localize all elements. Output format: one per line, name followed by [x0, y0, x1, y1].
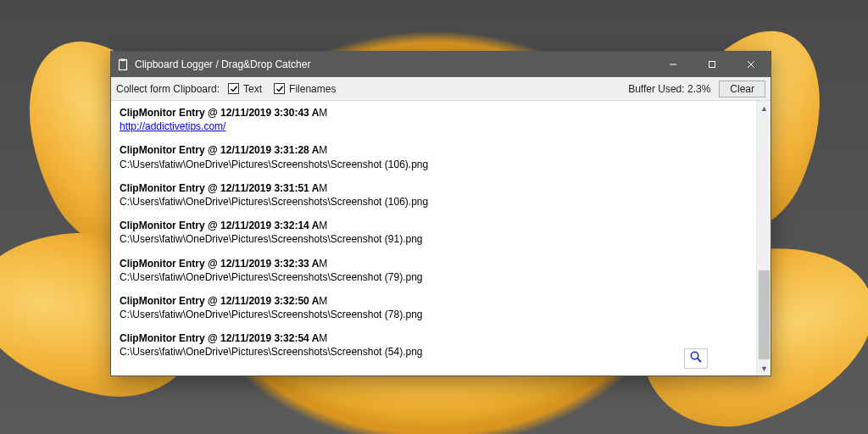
- filenames-checkbox-label: Filenames: [289, 83, 336, 95]
- entry-heading: ClipMonitor Entry @ 12/11/2019 3:32:14 A…: [120, 219, 748, 232]
- log-entry: ClipMonitor Entry @ 12/11/2019 3:32:54 A…: [120, 331, 748, 359]
- entry-heading-rest: M: [319, 332, 327, 344]
- entry-heading-rest: M: [319, 182, 327, 194]
- entry-heading: ClipMonitor Entry @ 12/11/2019 3:32:50 A…: [120, 294, 748, 308]
- titlebar[interactable]: Clipboard Logger / Drag&Drop Catcher: [111, 52, 771, 77]
- svg-point-6: [691, 352, 698, 359]
- entry-path: C:\Users\fatiw\OneDrive\Pictures\Screens…: [120, 158, 748, 171]
- text-checkbox[interactable]: Text: [228, 83, 262, 95]
- entry-heading-rest: M: [319, 144, 327, 156]
- entry-heading: ClipMonitor Entry @ 12/11/2019 3:32:54 A…: [120, 331, 748, 345]
- filenames-checkbox[interactable]: Filenames: [274, 83, 336, 95]
- scroll-down-arrow-icon[interactable]: ▼: [757, 361, 771, 376]
- log-content[interactable]: ClipMonitor Entry @ 12/11/2019 3:30:43 A…: [111, 101, 756, 376]
- log-entry: ClipMonitor Entry @ 12/11/2019 3:32:33 A…: [120, 257, 748, 284]
- toolbar: Collect form Clipboard: Text Filenames B…: [111, 77, 771, 101]
- window-title: Clipboard Logger / Drag&Drop Catcher: [135, 58, 654, 70]
- entry-heading-bold: ClipMonitor Entry @ 12/11/2019 3:30:43 A: [120, 107, 319, 119]
- entry-path: C:\Users\fatiw\OneDrive\Pictures\Screens…: [120, 195, 748, 209]
- magnifier-button[interactable]: [684, 348, 708, 369]
- entry-heading-bold: ClipMonitor Entry @ 12/11/2019 3:31:51 A: [120, 182, 319, 194]
- entry-heading: ClipMonitor Entry @ 12/11/2019 3:31:51 A…: [120, 181, 748, 195]
- log-entry: ClipMonitor Entry @ 12/11/2019 3:31:51 A…: [120, 181, 748, 209]
- log-entry: ClipMonitor Entry @ 12/11/2019 3:32:14 A…: [120, 219, 748, 246]
- app-window: Clipboard Logger / Drag&Drop Catcher Col…: [110, 51, 771, 376]
- maximize-button[interactable]: [693, 52, 732, 77]
- entry-heading-bold: ClipMonitor Entry @ 12/11/2019 3:32:54 A: [120, 332, 319, 344]
- magnifier-icon: [689, 350, 703, 367]
- minimize-button[interactable]: [654, 52, 693, 77]
- desktop-wallpaper: Clipboard Logger / Drag&Drop Catcher Col…: [0, 0, 868, 434]
- vertical-scrollbar[interactable]: ▲ ▼: [756, 101, 771, 376]
- checkbox-box: [228, 83, 239, 94]
- entry-heading-rest: M: [319, 295, 327, 307]
- entry-heading-bold: ClipMonitor Entry @ 12/11/2019 3:32:33 A: [120, 258, 319, 270]
- entry-heading: ClipMonitor Entry @ 12/11/2019 3:32:33 A…: [120, 257, 748, 270]
- entry-heading-bold: ClipMonitor Entry @ 12/11/2019 3:32:14 A: [120, 220, 319, 231]
- entry-link[interactable]: http://addictivetips.com/: [120, 120, 748, 133]
- svg-rect-0: [120, 60, 127, 70]
- log-entry: ClipMonitor Entry @ 12/11/2019 3:31:28 A…: [120, 143, 748, 170]
- entry-heading-rest: M: [319, 107, 327, 119]
- svg-rect-3: [709, 62, 715, 68]
- entry-path: C:\Users\fatiw\OneDrive\Pictures\Screens…: [120, 345, 748, 359]
- svg-line-7: [698, 359, 701, 362]
- entry-heading-bold: ClipMonitor Entry @ 12/11/2019 3:32:50 A: [120, 295, 319, 307]
- scrollbar-thumb[interactable]: [759, 270, 770, 359]
- entry-path: C:\Users\fatiw\OneDrive\Pictures\Screens…: [120, 232, 748, 246]
- entry-heading-bold: ClipMonitor Entry @ 12/11/2019 3:31:28 A: [120, 144, 319, 156]
- svg-rect-1: [121, 59, 125, 62]
- entry-path: C:\Users\fatiw\OneDrive\Pictures\Screens…: [120, 270, 748, 284]
- clipboard-icon: [118, 58, 128, 70]
- entry-heading: ClipMonitor Entry @ 12/11/2019 3:31:28 A…: [120, 143, 748, 157]
- entry-heading: ClipMonitor Entry @ 12/11/2019 3:30:43 A…: [120, 106, 748, 120]
- close-button[interactable]: [732, 52, 771, 77]
- log-entry: ClipMonitor Entry @ 12/11/2019 3:32:50 A…: [120, 294, 748, 321]
- collect-label: Collect form Clipboard:: [116, 83, 220, 95]
- entry-heading-rest: M: [319, 258, 327, 270]
- entry-path: C:\Users\fatiw\OneDrive\Pictures\Screens…: [120, 308, 748, 321]
- text-checkbox-label: Text: [243, 83, 262, 95]
- log-entry: ClipMonitor Entry @ 12/11/2019 3:30:43 A…: [120, 106, 748, 133]
- buffer-used-label: Buffer Used: 2.3%: [628, 83, 710, 95]
- checkbox-box: [274, 83, 285, 94]
- scroll-up-arrow-icon[interactable]: ▲: [757, 101, 771, 115]
- entry-heading-rest: M: [319, 220, 327, 231]
- clear-button[interactable]: Clear: [719, 81, 765, 97]
